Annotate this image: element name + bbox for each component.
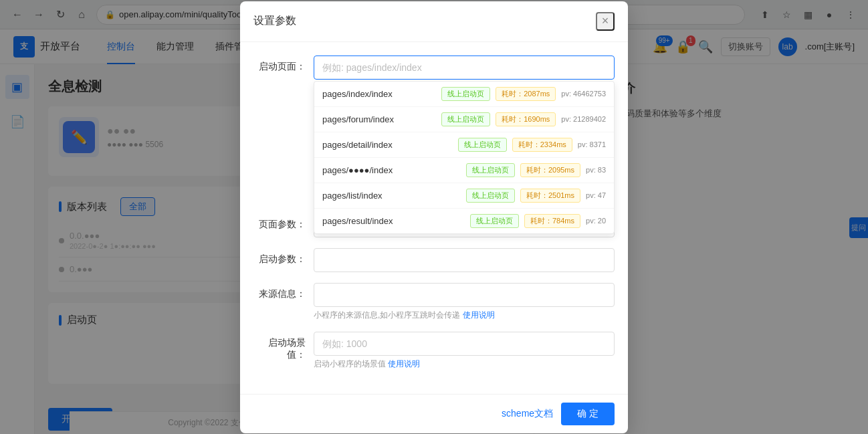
startup-scene-row: 启动场景值： 启动小程序的场景值 使用说明 xyxy=(253,332,615,370)
dropdown-pv-4: pv: 47 xyxy=(586,191,606,199)
startup-scene-field: 启动小程序的场景值 使用说明 xyxy=(314,332,615,370)
startup-scene-hint: 启动小程序的场景值 使用说明 xyxy=(314,358,615,370)
dropdown-item-2[interactable]: pages/detail/index 线上启动页 耗时：2334ms pv: 8… xyxy=(314,132,614,158)
dropdown-time-5: 耗时：784ms xyxy=(524,214,580,228)
dropdown-page-1: pages/forum/index xyxy=(322,114,436,124)
page-params-label: 页面参数： xyxy=(253,213,314,231)
source-info-label: 来源信息： xyxy=(253,283,314,300)
dropdown-pv-1: pv: 21289402 xyxy=(561,115,606,123)
startup-params-label: 启动参数： xyxy=(253,248,314,265)
dropdown-pv-0: pv: 46462753 xyxy=(561,90,606,98)
dropdown-time-3: 耗时：2095ms xyxy=(520,163,580,177)
dropdown-page-4: pages/list/index xyxy=(322,191,461,201)
startup-params-field xyxy=(314,248,615,272)
modal-body: 启动页面： pages/index/index 线上启动页 耗时：2087ms … xyxy=(240,42,628,394)
dropdown-pv-5: pv: 20 xyxy=(586,217,606,225)
modal-title: 设置参数 xyxy=(253,14,296,28)
dropdown-tag-5: 线上启动页 xyxy=(470,214,519,228)
dropdown-time-4: 耗时：2501ms xyxy=(520,189,580,203)
dropdown-item-1[interactable]: pages/forum/index 线上启动页 耗时：1690ms pv: 21… xyxy=(314,107,614,132)
dropdown-page-2: pages/detail/index xyxy=(322,140,453,150)
dropdown-tag-1: 线上启动页 xyxy=(441,112,490,126)
dropdown-pv-2: pv: 8371 xyxy=(578,140,606,148)
startup-page-row: 启动页面： pages/index/index 线上启动页 耗时：2087ms … xyxy=(253,56,615,80)
startup-page-input[interactable] xyxy=(314,56,615,80)
modal-close-button[interactable]: × xyxy=(596,12,615,31)
modal-overlay[interactable]: 设置参数 × 启动页面： pages/index/index 线上启动页 耗时：… xyxy=(0,0,868,434)
dropdown-item-5[interactable]: pages/result/index 线上启动页 耗时：784ms pv: 20 xyxy=(314,209,614,233)
startup-scene-label: 启动场景值： xyxy=(253,332,314,361)
page-dropdown: pages/index/index 线上启动页 耗时：2087ms pv: 46… xyxy=(314,81,615,234)
dropdown-pv-3: pv: 83 xyxy=(586,166,606,174)
dropdown-item-3[interactable]: pages/●●●●/index 线上启动页 耗时：2095ms pv: 83 xyxy=(314,158,614,183)
dropdown-item-0[interactable]: pages/index/index 线上启动页 耗时：2087ms pv: 46… xyxy=(314,82,614,107)
source-info-row: 来源信息： 小程序的来源信息,如小程序互跳时会传递 使用说明 xyxy=(253,283,615,321)
dropdown-tag-0: 线上启动页 xyxy=(441,87,490,101)
startup-params-input[interactable] xyxy=(314,248,615,272)
dropdown-page-5: pages/result/index xyxy=(322,216,465,226)
dropdown-tag-2: 线上启动页 xyxy=(458,138,507,152)
modal-dialog: 设置参数 × 启动页面： pages/index/index 线上启动页 耗时：… xyxy=(240,1,628,433)
dropdown-time-1: 耗时：1690ms xyxy=(496,112,556,126)
modal-header: 设置参数 × xyxy=(240,1,628,42)
dropdown-item-4[interactable]: pages/list/index 线上启动页 耗时：2501ms pv: 47 xyxy=(314,183,614,209)
source-info-input[interactable] xyxy=(314,283,615,307)
dropdown-tag-3: 线上启动页 xyxy=(466,163,515,177)
scheme-docs-button[interactable]: scheme文档 xyxy=(502,408,553,420)
dropdown-tag-4: 线上启动页 xyxy=(466,189,515,203)
confirm-button[interactable]: 确 定 xyxy=(561,403,615,425)
startup-page-field: pages/index/index 线上启动页 耗时：2087ms pv: 46… xyxy=(314,56,615,80)
modal-footer: scheme文档 确 定 xyxy=(240,394,628,433)
dropdown-time-2: 耗时：2334ms xyxy=(512,138,572,152)
startup-scene-input[interactable] xyxy=(314,332,615,356)
source-info-field: 小程序的来源信息,如小程序互跳时会传递 使用说明 xyxy=(314,283,615,321)
dropdown-time-0: 耗时：2087ms xyxy=(496,87,556,101)
source-info-hint: 小程序的来源信息,如小程序互跳时会传递 使用说明 xyxy=(314,310,615,321)
startup-scene-hint-link[interactable]: 使用说明 xyxy=(388,359,420,368)
dropdown-page-0: pages/index/index xyxy=(322,89,436,99)
startup-params-row: 启动参数： xyxy=(253,248,615,272)
startup-page-label: 启动页面： xyxy=(253,56,314,73)
dropdown-page-3: pages/●●●●/index xyxy=(322,165,461,175)
source-info-hint-link[interactable]: 使用说明 xyxy=(463,310,495,320)
